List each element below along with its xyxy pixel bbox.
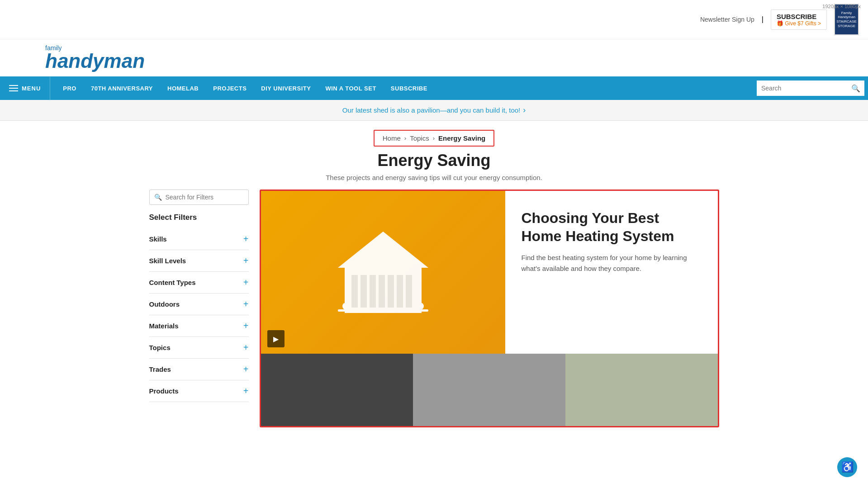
filter-skills[interactable]: Skills + <box>149 228 249 250</box>
filter-trades-label: Trades <box>149 365 171 373</box>
featured-title: Choosing Your Best Home Heating System <box>522 209 702 245</box>
page-title-section: Energy Saving These projects and energy … <box>0 151 868 181</box>
filter-content-types-plus: + <box>243 277 249 288</box>
svg-rect-5 <box>379 272 385 308</box>
page-subtitle: These projects and energy saving tips wi… <box>0 174 868 181</box>
nav-item-diy[interactable]: DIY UNIVERSITY <box>254 76 318 100</box>
svg-marker-0 <box>338 232 428 268</box>
nav-links: PRO 70TH ANNIVERSARY HOMELAB PROJECTS DI… <box>50 76 757 100</box>
filter-outdoors-label: Outdoors <box>149 300 180 308</box>
thumbnail-row <box>261 354 718 426</box>
main-content: 🔍 Select Filters Skills + Skill Levels +… <box>140 190 728 427</box>
filter-topics-plus: + <box>243 342 249 353</box>
search-input[interactable] <box>757 81 847 96</box>
svg-rect-9 <box>349 271 417 275</box>
breadcrumb-wrapper: Home › Topics › Energy Saving <box>0 130 868 147</box>
filter-outdoors[interactable]: Outdoors + <box>149 294 249 315</box>
banner-text: Our latest shed is also a pavilion—and y… <box>342 106 521 114</box>
featured-image <box>261 191 505 354</box>
filter-skill-levels-label: Skill Levels <box>149 257 186 265</box>
subscribe-box[interactable]: SUBSCRIBE 🎁 Give $7 Gifts > <box>771 9 827 30</box>
page-title: Energy Saving <box>0 151 868 170</box>
breadcrumb-current: Energy Saving <box>438 134 485 142</box>
filter-materials-plus: + <box>243 321 249 331</box>
play-button[interactable]: ▶ <box>267 330 285 347</box>
svg-rect-4 <box>370 272 376 308</box>
breadcrumb-home[interactable]: Home <box>383 134 401 142</box>
subscribe-label: SUBSCRIBE <box>777 13 821 20</box>
filter-topics[interactable]: Topics + <box>149 337 249 359</box>
breadcrumb-sep-1: › <box>404 135 406 142</box>
filter-outdoors-plus: + <box>243 299 249 309</box>
select-filters-label: Select Filters <box>149 213 249 222</box>
separator: | <box>762 15 764 24</box>
filter-search-icon: 🔍 <box>154 194 162 201</box>
filter-products-plus: + <box>243 386 249 396</box>
nav-item-win[interactable]: WIN A TOOL SET <box>318 76 383 100</box>
filter-content-types[interactable]: Content Types + <box>149 272 249 294</box>
svg-rect-12 <box>338 309 347 312</box>
banner-arrow: › <box>523 105 526 115</box>
filter-search-input[interactable] <box>166 194 244 201</box>
nav-item-projects[interactable]: PROJECTS <box>206 76 254 100</box>
svg-rect-3 <box>360 272 367 308</box>
sidebar: 🔍 Select Filters Skills + Skill Levels +… <box>149 190 249 427</box>
accessibility-button[interactable]: ♿ <box>837 457 857 477</box>
filter-content-types-label: Content Types <box>149 279 196 286</box>
filter-topics-label: Topics <box>149 344 171 351</box>
filter-products-label: Products <box>149 387 179 395</box>
logo-text: family handyman <box>45 45 145 71</box>
menu-button[interactable]: MENU <box>0 76 50 100</box>
featured-description: Find the best heating system for your ho… <box>522 252 702 274</box>
banner-strip: Our latest shed is also a pavilion—and y… <box>0 100 868 121</box>
navbar: MENU PRO 70TH ANNIVERSARY HOMELAB PROJEC… <box>0 76 868 100</box>
svg-rect-8 <box>406 272 412 308</box>
dimension-label: 1920px × 1080px <box>822 4 861 9</box>
banner-link[interactable]: Our latest shed is also a pavilion—and y… <box>342 105 526 115</box>
nav-item-homelab[interactable]: HOMELAB <box>160 76 206 100</box>
nav-item-pro[interactable]: PRO <box>56 76 84 100</box>
featured-image-wrapper: ▶ <box>261 191 505 354</box>
nav-search: 🔍 <box>757 81 864 96</box>
thumb-card-1[interactable] <box>261 354 413 426</box>
content-area: ▶ Choosing Your Best Home Heating System… <box>260 190 719 427</box>
filter-materials-label: Materials <box>149 322 179 330</box>
nav-item-anniversary[interactable]: 70TH ANNIVERSARY <box>84 76 160 100</box>
svg-rect-6 <box>388 272 394 308</box>
svg-rect-7 <box>397 272 403 308</box>
filter-skill-levels[interactable]: Skill Levels + <box>149 250 249 272</box>
filter-products[interactable]: Products + <box>149 380 249 402</box>
logo-handyman: handyman <box>45 51 145 71</box>
subscribe-offer: 🎁 Give $7 Gifts > <box>777 20 821 27</box>
svg-point-13 <box>417 303 424 310</box>
filter-skills-label: Skills <box>149 235 167 243</box>
filter-trades-plus: + <box>243 364 249 374</box>
logo[interactable]: family handyman <box>36 39 154 76</box>
search-icon: 🔍 <box>851 84 860 93</box>
svg-point-11 <box>342 303 350 310</box>
thumb-card-2[interactable] <box>413 354 565 426</box>
filter-skills-plus: + <box>243 234 249 244</box>
breadcrumb-sep-2: › <box>433 135 435 142</box>
filter-materials[interactable]: Materials + <box>149 315 249 337</box>
svg-rect-14 <box>420 309 428 312</box>
breadcrumb-topics[interactable]: Topics <box>410 134 429 142</box>
play-icon: ▶ <box>273 335 279 343</box>
filter-trades[interactable]: Trades + <box>149 359 249 380</box>
newsletter-link[interactable]: Newsletter Sign Up <box>700 16 754 23</box>
top-bar: Newsletter Sign Up | SUBSCRIBE 🎁 Give $7… <box>0 0 868 39</box>
svg-rect-2 <box>351 272 358 308</box>
featured-article[interactable]: ▶ Choosing Your Best Home Heating System… <box>261 191 718 354</box>
filter-search-box[interactable]: 🔍 <box>149 190 249 205</box>
header-main: family handyman <box>0 39 868 76</box>
hamburger-icon <box>9 85 18 91</box>
accessibility-icon: ♿ <box>841 461 854 473</box>
search-button[interactable]: 🔍 <box>847 81 864 96</box>
filter-skill-levels-plus: + <box>243 256 249 266</box>
breadcrumb: Home › Topics › Energy Saving <box>374 130 494 147</box>
menu-label: MENU <box>22 85 41 92</box>
nav-item-subscribe[interactable]: SUBSCRIBE <box>384 76 435 100</box>
featured-text: Choosing Your Best Home Heating System F… <box>505 191 718 354</box>
thumb-card-3[interactable] <box>565 354 718 426</box>
radiator-illustration <box>320 223 446 322</box>
